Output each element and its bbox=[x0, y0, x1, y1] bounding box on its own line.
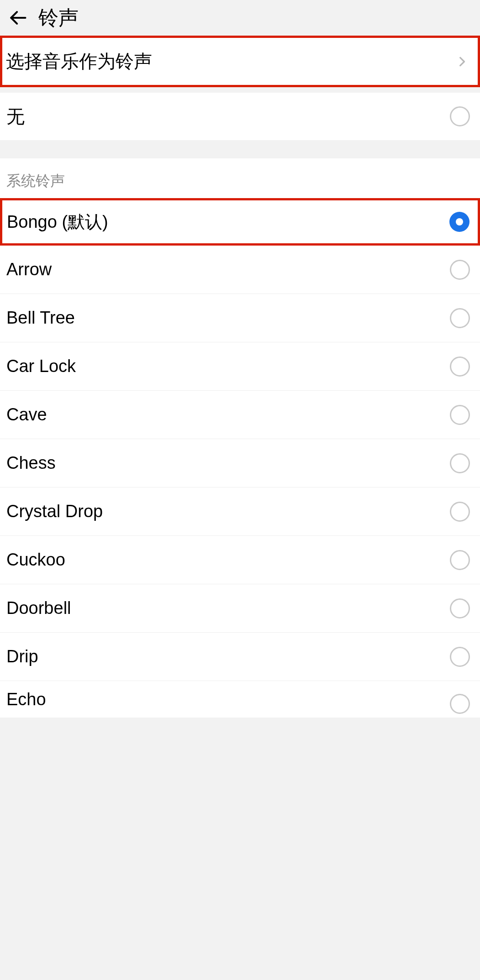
ringtone-row-echo[interactable]: Echo bbox=[0, 681, 480, 718]
ringtone-label: Bell Tree bbox=[6, 308, 75, 328]
radio-unselected-icon bbox=[450, 598, 470, 618]
ringtone-label: Cuckoo bbox=[6, 550, 65, 570]
ringtone-label: Car Lock bbox=[6, 356, 76, 376]
back-icon[interactable] bbox=[6, 6, 29, 29]
radio-unselected-icon bbox=[450, 453, 470, 473]
ringtone-row-chess[interactable]: Chess bbox=[0, 439, 480, 487]
ringtone-row-bell-tree[interactable]: Bell Tree bbox=[0, 294, 480, 342]
ringtone-label: Echo bbox=[6, 690, 46, 709]
ringtone-row-car-lock[interactable]: Car Lock bbox=[0, 342, 480, 391]
ringtone-row-cave[interactable]: Cave bbox=[0, 391, 480, 439]
ringtone-label: Bongo (默认) bbox=[7, 210, 108, 234]
radio-unselected-icon bbox=[450, 502, 470, 522]
radio-unselected-icon bbox=[450, 550, 470, 570]
ringtone-row-drip[interactable]: Drip bbox=[0, 633, 480, 681]
radio-unselected-icon bbox=[450, 308, 470, 328]
radio-selected-icon bbox=[449, 212, 469, 232]
ringtone-label: Cave bbox=[6, 405, 47, 424]
page-title: 铃声 bbox=[38, 5, 79, 31]
none-ringtone-row[interactable]: 无 bbox=[0, 93, 480, 140]
ringtone-label: Chess bbox=[6, 453, 56, 473]
radio-unselected-icon bbox=[450, 106, 470, 126]
select-music-row[interactable]: 选择音乐作为铃声 bbox=[0, 36, 480, 87]
chevron-right-icon bbox=[456, 56, 468, 68]
ringtone-row-crystal-drop[interactable]: Crystal Drop bbox=[0, 487, 480, 536]
radio-unselected-icon bbox=[450, 694, 470, 714]
select-music-label: 选择音乐作为铃声 bbox=[6, 49, 152, 74]
radio-unselected-icon bbox=[450, 260, 470, 280]
ringtone-row-doorbell[interactable]: Doorbell bbox=[0, 584, 480, 633]
radio-unselected-icon bbox=[450, 647, 470, 667]
ringtone-label: Drip bbox=[6, 647, 38, 666]
radio-unselected-icon bbox=[450, 356, 470, 377]
section-gap bbox=[0, 87, 480, 93]
ringtone-label: Arrow bbox=[6, 260, 52, 279]
none-label: 无 bbox=[6, 104, 25, 129]
section-gap bbox=[0, 140, 480, 158]
system-ringtones-title: 系统铃声 bbox=[0, 158, 480, 199]
ringtone-label: Crystal Drop bbox=[6, 502, 103, 521]
radio-unselected-icon bbox=[450, 405, 470, 425]
ringtone-row-arrow[interactable]: Arrow bbox=[0, 246, 480, 294]
ringtone-label: Doorbell bbox=[6, 598, 71, 618]
ringtone-row-cuckoo[interactable]: Cuckoo bbox=[0, 536, 480, 584]
app-header: 铃声 bbox=[0, 0, 480, 36]
ringtone-row-bongo[interactable]: Bongo (默认) bbox=[0, 198, 480, 246]
